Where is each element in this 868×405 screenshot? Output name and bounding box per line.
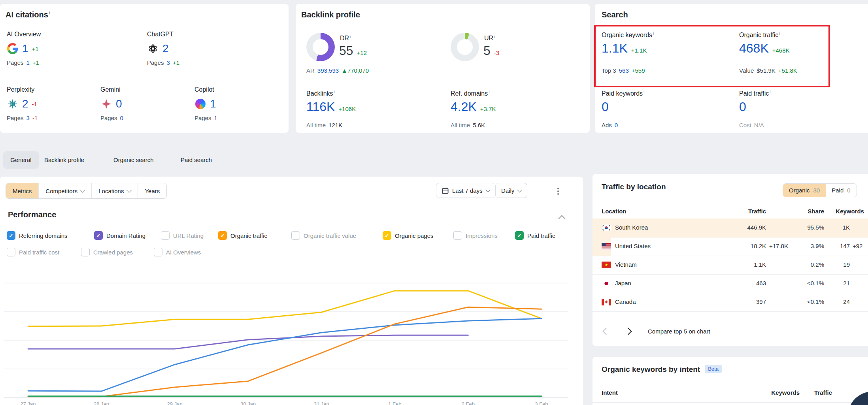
- chatgpt-pages[interactable]: 3: [167, 59, 170, 66]
- backlinks-value[interactable]: 116K: [306, 100, 335, 113]
- x-tick-label: 3 Feb: [535, 401, 548, 405]
- flag-japan-icon: [602, 280, 611, 287]
- metrics-button[interactable]: Metrics: [6, 183, 38, 198]
- perplexity-count[interactable]: 2: [22, 98, 28, 109]
- keywords-link[interactable]: 21: [843, 280, 850, 286]
- tab-organic-search[interactable]: Organic search: [113, 151, 154, 169]
- tab-general[interactable]: General: [3, 151, 39, 169]
- paid-keywords-value[interactable]: 0: [602, 100, 609, 113]
- compare-top5-link[interactable]: Compare top 5 on chart: [648, 328, 710, 335]
- openai-icon: [147, 43, 159, 55]
- date-range-button[interactable]: Last 7 days: [436, 183, 496, 198]
- metric-checkbox-referring-domains[interactable]: ✓ Referring domains: [7, 231, 68, 240]
- column-header-traffic: Traffic: [814, 389, 832, 396]
- info-icon[interactable]: i: [334, 89, 335, 94]
- tab-backlink-profile[interactable]: Backlink profile: [44, 151, 84, 169]
- gemini-count[interactable]: 0: [116, 98, 122, 109]
- location-row-japan[interactable]: Japan 463 <0.1% 21: [593, 274, 868, 293]
- overview-tabs: General Backlink profile Organic search …: [0, 151, 868, 169]
- location-row-south-korea[interactable]: South Korea 446.9K 95.5% 1K: [593, 219, 868, 237]
- toggle-organic[interactable]: Organic 30: [783, 184, 826, 197]
- flag-south-korea-icon: [602, 224, 611, 231]
- ur-donut: [451, 33, 479, 61]
- checkbox: ✓: [383, 231, 391, 240]
- metric-checkbox-paid-traffic-cost[interactable]: ✓ Paid traffic cost: [7, 248, 59, 256]
- info-icon[interactable]: i: [489, 89, 489, 94]
- gemini-icon: [100, 98, 112, 110]
- metric-checkbox-organic-traffic-value[interactable]: ✓ Organic traffic value: [291, 231, 356, 240]
- keywords-link[interactable]: 1K: [843, 224, 850, 231]
- copilot-pages[interactable]: 1: [214, 115, 217, 121]
- info-icon[interactable]: i: [49, 10, 50, 15]
- x-tick-label: 29 Jan: [167, 401, 183, 405]
- ai-citation-ai-overview: AI Overview 1 +1 Pages1+1: [7, 31, 41, 66]
- location-row-canada[interactable]: Canada 397 <0.1% 24: [593, 293, 868, 312]
- info-icon[interactable]: i: [770, 89, 770, 94]
- toggle-paid[interactable]: Paid 0: [826, 184, 856, 197]
- keywords-link[interactable]: 147: [840, 243, 850, 249]
- ai-citation-gemini: Gemini 0 Pages0: [100, 86, 126, 121]
- ai-overview-count[interactable]: 1: [22, 43, 28, 54]
- metric-checkbox-url-rating[interactable]: ✓ URL Rating: [161, 231, 204, 240]
- keywords-link[interactable]: 19: [843, 261, 850, 268]
- page-next-icon[interactable]: [625, 328, 632, 335]
- location-row-vietnam[interactable]: Vietnam 1.1K 0.2% 19: [593, 256, 868, 275]
- metric-checkbox-crawled-pages[interactable]: ✓ Crawled pages: [81, 248, 133, 256]
- years-button[interactable]: Years: [138, 183, 166, 198]
- competitors-button[interactable]: Competitors: [38, 183, 91, 198]
- checkbox: ✓: [81, 248, 90, 256]
- more-options-button[interactable]: [555, 185, 561, 197]
- metric-checkbox-organic-traffic[interactable]: ✓ Organic traffic: [218, 231, 267, 240]
- flag-united-states-icon: [602, 243, 611, 250]
- tab-paid-search[interactable]: Paid search: [181, 151, 212, 169]
- beta-badge: Beta: [705, 365, 722, 373]
- metric-checkbox-impressions[interactable]: ✓ Impressions: [453, 231, 498, 240]
- ai-overview-pages[interactable]: 1: [26, 59, 30, 66]
- x-tick-label: 2 Feb: [462, 401, 475, 405]
- chatgpt-count[interactable]: 2: [162, 43, 169, 54]
- info-icon[interactable]: i: [643, 89, 644, 94]
- flag-vietnam-icon: [602, 262, 611, 268]
- location-row-united-states[interactable]: United States 18.2K +17.8K 3.9% 147 +92: [593, 237, 868, 256]
- ar-row: AR 393,593 ▲770,070: [306, 67, 369, 74]
- x-tick-label: 31 Jan: [314, 401, 329, 405]
- info-icon[interactable]: i: [350, 34, 351, 39]
- copilot-count[interactable]: 1: [210, 98, 216, 109]
- column-header-keywords: Keywords: [771, 389, 800, 396]
- checkbox: ✓: [453, 231, 462, 240]
- ref-domains-value[interactable]: 4.2K: [451, 100, 477, 113]
- traffic-by-location-title: Traffic by location: [602, 183, 666, 191]
- metric-checkbox-ai-overviews[interactable]: ✓ AI Overviews: [154, 248, 201, 256]
- checkbox: ✓: [291, 231, 300, 240]
- column-header-traffic: Traffic: [748, 208, 766, 215]
- metric-checkbox-domain-rating[interactable]: ✓ Domain Rating: [94, 231, 145, 240]
- ai-citation-perplexity: Perplexity 2 -1 Pages3-1: [7, 86, 38, 121]
- info-icon[interactable]: i: [494, 34, 495, 39]
- checkbox: ✓: [94, 231, 103, 240]
- metric-checkbox-paid-traffic[interactable]: ✓ Paid traffic: [515, 231, 555, 240]
- calendar-icon: [442, 187, 449, 194]
- ai-citations-card: AI citationsi AI Overview 1 +1 Pages1+1 …: [0, 4, 289, 133]
- checkbox: ✓: [515, 231, 524, 240]
- performance-chart-svg: 27 Jan28 Jan29 Jan30 Jan31 Jan1 Feb2 Feb…: [0, 259, 583, 405]
- checkbox: ✓: [161, 231, 170, 240]
- paid-keywords-label: Paid keywordsi: [602, 89, 645, 97]
- gemini-pages[interactable]: 0: [120, 115, 123, 121]
- granularity-button[interactable]: Daily: [495, 183, 527, 198]
- column-header-intent: Intent: [602, 389, 618, 396]
- keywords-by-intent-title: Organic keywords by intentBeta: [602, 365, 722, 374]
- ar-value[interactable]: 393,593: [317, 67, 339, 74]
- column-header-share: Share: [808, 208, 824, 215]
- x-tick-label: 1 Feb: [388, 401, 401, 405]
- ai-citation-chatgpt: ChatGPT 2 Pages3+1: [147, 31, 179, 66]
- keywords-link[interactable]: 24: [843, 298, 850, 305]
- paid-traffic-value[interactable]: 0: [739, 100, 746, 113]
- collapse-section-icon[interactable]: [558, 215, 565, 222]
- perplexity-pages[interactable]: 3: [26, 115, 30, 121]
- chevron-down-icon: [485, 187, 491, 192]
- metric-checkbox-organic-pages[interactable]: ✓ Organic pages: [383, 231, 434, 240]
- red-highlight-box: [594, 25, 830, 87]
- locations-button[interactable]: Locations: [91, 183, 138, 198]
- page-previous-icon[interactable]: [602, 328, 609, 335]
- ads-value[interactable]: 0: [615, 122, 618, 128]
